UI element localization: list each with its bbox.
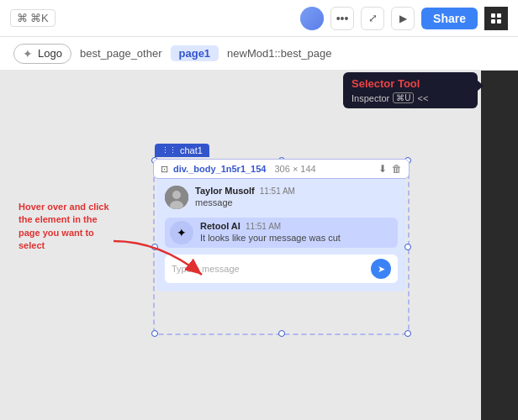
expand-icon: ⤢ bbox=[368, 12, 378, 24]
breadcrumb-item-3[interactable]: newMod1::best_page bbox=[227, 47, 331, 60]
breadcrumb-bar: ✦ Logo best_page_other page1 newMod1::be… bbox=[0, 37, 518, 71]
human-avatar-svg bbox=[165, 186, 188, 209]
topbar: ⌘ ⌘K ••• ⤢ ▶ Share bbox=[0, 0, 518, 37]
download-icon[interactable]: ⬇ bbox=[378, 163, 387, 175]
cmd-symbol: ⌘ bbox=[17, 12, 28, 24]
expand-button[interactable]: ⤢ bbox=[361, 7, 384, 30]
chat-frame-name: chat1 bbox=[180, 145, 203, 155]
selector-tool-subtitle: Inspector ⌘U << bbox=[352, 92, 469, 103]
human-message-meta: Taylor Musolf 11:51 AM bbox=[195, 186, 398, 196]
chat-frame-label: ⋮⋮ chat1 bbox=[155, 144, 209, 157]
ai-name: Retool AI bbox=[200, 221, 240, 231]
topbar-right: ••• ⤢ ▶ Share bbox=[300, 7, 508, 30]
logo-label: Logo bbox=[38, 47, 62, 60]
handle-right-mid[interactable] bbox=[404, 244, 411, 250]
tooltip-arrow bbox=[478, 81, 484, 91]
breadcrumb-item-active[interactable]: page1 bbox=[171, 45, 219, 61]
svg-rect-1 bbox=[497, 13, 501, 18]
canvas-area: Selector Tool Inspector ⌘U << Hover over… bbox=[0, 71, 518, 420]
human-time: 11:51 AM bbox=[260, 186, 295, 196]
right-panel bbox=[481, 71, 518, 420]
annotation-text: Hover over and click the element in the … bbox=[18, 201, 119, 253]
topbar-left: ⌘ ⌘K bbox=[10, 9, 56, 27]
ellipsis-icon: ••• bbox=[336, 12, 349, 25]
element-type-icon: ⊡ bbox=[161, 164, 168, 175]
shortcut-display[interactable]: ⌘ ⌘K bbox=[10, 9, 56, 27]
selector-tool-title: Selector Tool bbox=[352, 77, 469, 90]
chat-send-button[interactable]: ➤ bbox=[371, 259, 391, 279]
shortcut-key: ⌘K bbox=[30, 12, 49, 24]
handle-bottom-left[interactable] bbox=[151, 330, 158, 337]
svg-rect-0 bbox=[491, 13, 495, 18]
grid-icon[interactable] bbox=[484, 7, 508, 30]
play-icon: ▶ bbox=[399, 13, 407, 24]
collapse-icon[interactable]: << bbox=[417, 93, 428, 103]
grid-handle-icon: ⋮⋮ bbox=[161, 146, 177, 155]
element-actions: ⬇ 🗑 bbox=[378, 163, 402, 175]
svg-rect-3 bbox=[497, 19, 501, 24]
element-size: 306 × 144 bbox=[274, 164, 315, 174]
element-name: div._body_1n5r1_154 bbox=[173, 164, 266, 174]
breadcrumb-item-1[interactable]: best_page_other bbox=[80, 47, 162, 60]
ai-text: It looks like your message was cut bbox=[200, 233, 393, 243]
ellipsis-button[interactable]: ••• bbox=[330, 7, 354, 30]
human-name: Taylor Musolf bbox=[195, 186, 255, 196]
element-header: ⊡ div._body_1n5r1_154 306 × 144 ⬇ 🗑 bbox=[153, 159, 410, 179]
human-message-content: Taylor Musolf 11:51 AM message bbox=[195, 186, 398, 207]
inspector-shortcut: ⌘U bbox=[393, 92, 414, 103]
logo-pill[interactable]: ✦ Logo bbox=[13, 44, 71, 64]
ai-message-content: Retool AI 11:51 AM It looks like your me… bbox=[200, 221, 393, 243]
human-avatar bbox=[165, 186, 188, 209]
logo-star-icon: ✦ bbox=[23, 47, 33, 60]
play-button[interactable]: ▶ bbox=[391, 7, 415, 30]
selector-tooltip: Selector Tool Inspector ⌘U << bbox=[343, 72, 478, 108]
handle-bottom-right[interactable] bbox=[404, 330, 411, 337]
avatar[interactable] bbox=[300, 7, 324, 30]
handle-bottom-mid[interactable] bbox=[278, 330, 285, 337]
inspector-label: Inspector bbox=[352, 93, 389, 103]
avatar-image bbox=[300, 7, 324, 30]
delete-icon[interactable]: 🗑 bbox=[392, 163, 402, 175]
grid-svg bbox=[490, 13, 502, 24]
svg-point-6 bbox=[172, 191, 181, 199]
ai-message-meta: Retool AI 11:51 AM bbox=[200, 221, 393, 231]
annotation-arrow bbox=[109, 237, 210, 287]
send-icon: ➤ bbox=[378, 264, 385, 275]
ai-time: 11:51 AM bbox=[246, 222, 281, 231]
human-text: message bbox=[195, 197, 398, 207]
chat-message-human: Taylor Musolf 11:51 AM message bbox=[165, 186, 398, 209]
share-button[interactable]: Share bbox=[421, 8, 478, 29]
svg-rect-2 bbox=[491, 19, 495, 24]
